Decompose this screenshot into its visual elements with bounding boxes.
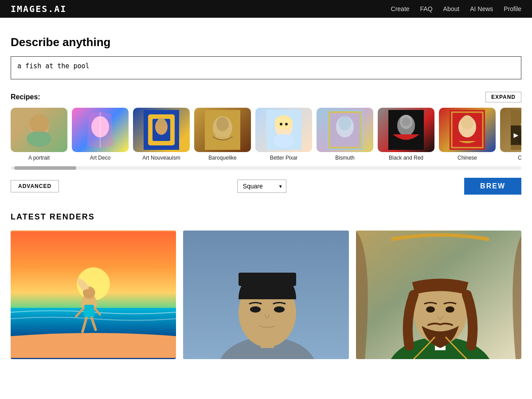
recipe-label-baroquelike: Baroquelike (208, 155, 236, 161)
scroll-right-arrow[interactable]: ► (511, 125, 521, 145)
recipe-img-bismuth (317, 108, 373, 152)
advanced-button[interactable]: ADVANCED (11, 180, 59, 192)
recipes-row: A portrait Art Deco (11, 108, 521, 164)
nav-create[interactable]: Create (391, 5, 410, 12)
svg-point-59 (446, 306, 454, 313)
recipe-card-chinese[interactable]: Chinese (439, 108, 496, 161)
nav-ainews[interactable]: AI News (470, 5, 493, 12)
recipes-label: Recipes: (11, 93, 40, 101)
shape-select[interactable]: Square Portrait Landscape (237, 180, 286, 193)
recipes-header: Recipes: EXPAND (11, 92, 521, 102)
svg-point-30 (461, 115, 473, 129)
recipe-label-artdeco: Art Deco (90, 155, 111, 161)
recipe-card-betterpixar[interactable]: Better Pixar (255, 108, 312, 161)
render-card-royal[interactable] (356, 231, 521, 359)
render-card-beach[interactable] (11, 231, 176, 359)
recipe-card-portrait[interactable]: A portrait (11, 108, 67, 161)
scrollbar-thumb (14, 166, 76, 170)
recipe-label-bismuth: Bismuth (335, 155, 354, 161)
nav-profile[interactable]: Profile (504, 5, 521, 12)
shape-wrapper: Square Portrait Landscape (237, 180, 286, 193)
svg-rect-50 (239, 273, 296, 286)
render-card-man[interactable] (183, 231, 348, 359)
expand-button[interactable]: EXPAND (485, 92, 521, 102)
recipe-card-artdeco[interactable]: Art Deco (72, 108, 129, 161)
recipe-label-blackred: Black and Red (389, 155, 423, 161)
controls-row: ADVANCED Square Portrait Landscape BREW (11, 178, 521, 195)
svg-point-51 (250, 306, 261, 313)
recipe-label-artnouveau: Art Nouveauism (142, 155, 180, 161)
recipe-img-blackred (378, 108, 434, 152)
main-content: Describe anything a fish at the pool Rec… (0, 18, 532, 195)
svg-point-52 (274, 306, 285, 313)
svg-point-58 (426, 306, 435, 313)
recipe-img-chinese (439, 108, 496, 152)
site-logo: IMAGES.AI (11, 4, 66, 14)
recipe-label-portrait: A portrait (28, 155, 50, 161)
svg-point-16 (273, 134, 294, 148)
svg-rect-41 (84, 305, 94, 318)
recipe-img-artnouveau (133, 108, 190, 152)
recipes-scroll-wrapper: A portrait Art Deco (11, 108, 521, 164)
describe-input[interactable]: a fish at the pool (11, 56, 521, 79)
recipe-img-baroquelike (194, 108, 251, 152)
svg-point-22 (339, 116, 351, 130)
recipe-img-betterpixar (255, 108, 312, 152)
svg-point-18 (285, 123, 288, 125)
nav-links: Create FAQ About AI News Profile (391, 5, 521, 12)
recipe-card-bismuth[interactable]: Bismuth (317, 108, 373, 161)
brew-button[interactable]: BREW (464, 178, 521, 195)
svg-point-12 (216, 117, 229, 131)
nav-about[interactable]: About (443, 5, 460, 12)
recipe-label-classical: Classical (518, 155, 521, 161)
navbar: IMAGES.AI Create FAQ About AI News Profi… (0, 0, 532, 18)
recipe-card-blackred[interactable]: Black and Red (378, 108, 434, 161)
svg-point-17 (280, 123, 282, 125)
recipe-img-portrait (11, 108, 67, 152)
svg-point-9 (157, 118, 166, 127)
recipe-label-betterpixar: Better Pixar (270, 155, 298, 161)
latest-renders-label: LATEST RENDERS (11, 212, 521, 222)
recipe-card-artnouveau[interactable]: Art Nouveauism (133, 108, 190, 161)
recipe-label-chinese: Chinese (458, 155, 477, 161)
recipe-card-baroquelike[interactable]: Baroquelike (194, 108, 251, 161)
recipe-img-artdeco (72, 108, 129, 152)
svg-point-26 (402, 117, 411, 126)
renders-grid (11, 231, 521, 359)
nav-faq[interactable]: FAQ (420, 5, 433, 12)
svg-point-15 (275, 115, 293, 129)
recipes-scrollbar[interactable] (11, 166, 521, 170)
svg-point-2 (27, 131, 51, 147)
describe-label: Describe anything (11, 35, 521, 49)
latest-renders-section: LATEST RENDERS (0, 195, 532, 359)
